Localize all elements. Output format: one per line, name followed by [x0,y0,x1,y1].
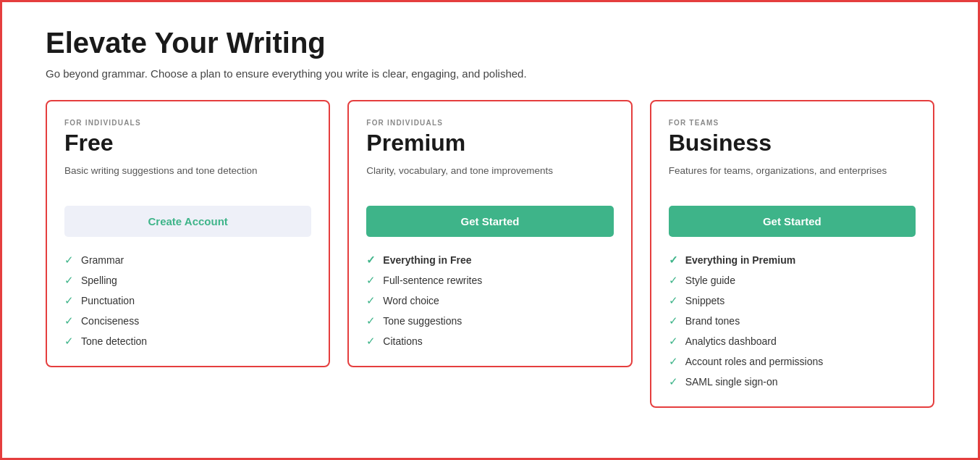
page-subtitle: Go beyond grammar. Choose a plan to ensu… [46,67,934,80]
plan-button-premium[interactable]: Get Started [366,206,613,237]
feature-text: Word choice [383,295,439,306]
feature-item: ✓Grammar [64,250,311,270]
feature-item: ✓Word choice [366,290,613,311]
plan-name-business: Business [669,130,916,156]
feature-list-premium: ✓Everything in Free✓Full-sentence rewrit… [366,250,613,351]
feature-text: Spelling [81,275,117,286]
feature-text: Tone detection [81,335,147,347]
feature-text: Brand tones [685,315,740,327]
feature-text: Citations [383,335,422,347]
plan-card-premium: FOR INDIVIDUALSPremiumClarity, vocabular… [347,100,632,367]
check-icon: ✓ [366,274,376,287]
feature-item: ✓Brand tones [669,311,916,331]
feature-text: Punctuation [81,295,135,306]
plan-tier-label-free: FOR INDIVIDUALS [64,119,311,127]
feature-item: ✓Everything in Premium [669,250,916,270]
plan-card-business: FOR TEAMSBusinessFeatures for teams, org… [650,100,934,408]
page-title: Elevate Your Writing [46,25,934,60]
feature-item: ✓Analytics dashboard [669,331,916,351]
feature-text: Everything in Premium [685,254,795,266]
check-icon: ✓ [366,294,376,307]
feature-text: Grammar [81,254,124,266]
feature-item: ✓Style guide [669,270,916,290]
check-icon: ✓ [669,294,678,307]
check-icon: ✓ [64,274,74,287]
feature-list-free: ✓Grammar✓Spelling✓Punctuation✓Concisenes… [64,250,311,351]
feature-text: Style guide [685,275,735,286]
feature-item: ✓Punctuation [64,290,311,311]
feature-item: ✓SAML single sign-on [669,372,916,392]
page-wrapper: Elevate Your Writing Go beyond grammar. … [2,2,978,458]
feature-item: ✓Everything in Free [366,250,613,270]
plan-button-business[interactable]: Get Started [669,206,916,237]
plan-tier-label-premium: FOR INDIVIDUALS [366,119,613,127]
plan-name-free: Free [64,130,311,156]
check-icon: ✓ [669,254,678,267]
feature-text: Conciseness [81,315,139,327]
feature-list-business: ✓Everything in Premium✓Style guide✓Snipp… [669,250,916,392]
feature-item: ✓Tone suggestions [366,311,613,331]
feature-text: Full-sentence rewrites [383,275,482,286]
plan-button-free[interactable]: Create Account [64,206,311,237]
feature-text: Everything in Free [383,254,471,266]
feature-text: Analytics dashboard [685,335,777,347]
check-icon: ✓ [669,355,678,368]
check-icon: ✓ [366,335,376,348]
feature-item: ✓Tone detection [64,331,311,351]
feature-text: Account roles and permissions [685,356,824,367]
feature-text: SAML single sign-on [685,376,778,388]
feature-item: ✓Spelling [64,270,311,290]
plan-name-premium: Premium [366,130,613,156]
plans-container: FOR INDIVIDUALSFreeBasic writing suggest… [46,100,934,408]
plan-description-premium: Clarity, vocabulary, and tone improvemen… [366,164,613,193]
plan-tier-label-business: FOR TEAMS [669,119,916,127]
check-icon: ✓ [669,335,678,348]
check-icon: ✓ [64,294,74,307]
feature-item: ✓Account roles and permissions [669,351,916,372]
plan-card-free: FOR INDIVIDUALSFreeBasic writing suggest… [46,100,330,367]
check-icon: ✓ [64,314,74,327]
feature-item: ✓Snippets [669,290,916,311]
check-icon: ✓ [366,314,376,327]
check-icon: ✓ [366,254,376,267]
check-icon: ✓ [64,254,74,267]
feature-item: ✓Conciseness [64,311,311,331]
feature-text: Tone suggestions [383,315,462,327]
feature-item: ✓Citations [366,331,613,351]
check-icon: ✓ [669,375,678,388]
feature-text: Snippets [685,295,725,306]
feature-item: ✓Full-sentence rewrites [366,270,613,290]
plan-description-free: Basic writing suggestions and tone detec… [64,164,311,193]
plan-description-business: Features for teams, organizations, and e… [669,164,916,193]
check-icon: ✓ [669,274,678,287]
check-icon: ✓ [64,335,74,348]
check-icon: ✓ [669,314,678,327]
